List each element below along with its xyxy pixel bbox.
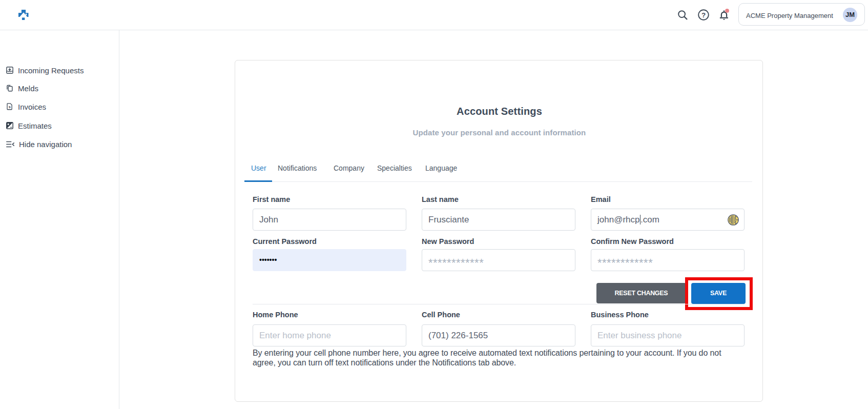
svg-text:?: ? <box>701 11 706 19</box>
svg-text:s: s <box>9 105 11 109</box>
